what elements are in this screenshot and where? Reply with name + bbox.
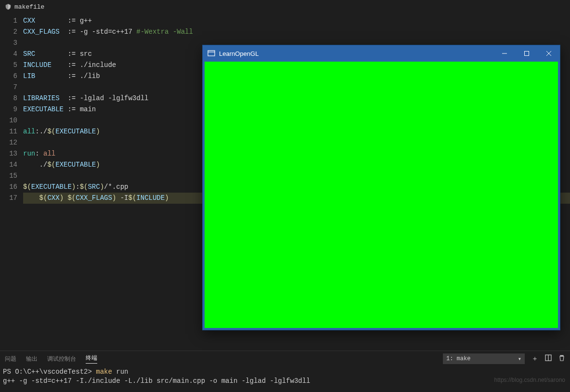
line-number: 16 [0,182,17,193]
bottom-panel: 问题 输出 调试控制台 终端 1: make ▾ ＋ PS O:\C++\vsc… [0,351,570,392]
chevron-down-icon: ▾ [518,355,521,363]
svg-rect-5 [525,52,529,56]
close-button[interactable] [538,45,560,62]
file-icon [5,3,12,10]
line-number: 10 [0,115,17,126]
line-number: 13 [0,148,17,159]
code-line[interactable]: CXX := g++ [23,15,570,26]
line-number: 9 [0,104,17,115]
terminal-line: PS O:\C++\vscodeTest2> make run [3,367,567,377]
tab-terminal[interactable]: 终端 [86,354,97,364]
terminal-line: g++ -g -std=c++17 -I./include -L./lib sr… [3,377,567,386]
line-number: 6 [0,71,17,82]
line-number: 11 [0,126,17,137]
line-number: 15 [0,170,17,182]
svg-rect-2 [208,51,215,56]
terminal-selector-label: 1: make [446,355,470,362]
line-number: 14 [0,159,17,170]
line-number: 5 [0,60,17,71]
opengl-client-area [205,62,558,328]
line-number-gutter: 1234567891011121314151617 [0,13,23,351]
tab-problems[interactable]: 问题 [5,355,16,363]
terminal-output[interactable]: PS O:\C++\vscodeTest2> make rung++ -g -s… [0,366,570,387]
window-title: LearnOpenGL [219,50,259,57]
line-number: 8 [0,93,17,104]
panel-right-controls: 1: make ▾ ＋ [443,353,565,364]
line-number: 4 [0,49,17,60]
tab-filename: makefile [14,3,44,11]
line-number: 2 [0,26,17,38]
app-icon [207,50,215,57]
line-number: 17 [0,193,17,204]
minimize-button[interactable] [493,45,516,62]
new-terminal-icon[interactable]: ＋ [531,354,538,363]
watermark: https://blog.csdn.net/sarono [494,377,565,383]
code-line[interactable]: CXX_FLAGS := -g -std=c++17 #-Wextra -Wal… [23,26,570,38]
maximize-button[interactable] [516,45,538,62]
line-number: 3 [0,38,17,49]
tab-output[interactable]: 输出 [26,355,38,363]
window-titlebar[interactable]: LearnOpenGL [203,45,560,62]
tab-debug[interactable]: 调试控制台 [47,355,76,363]
window-controls [493,45,560,62]
panel-tabs: 问题 输出 调试控制台 终端 1: make ▾ ＋ [0,351,570,366]
kill-terminal-icon[interactable] [558,354,565,363]
line-number: 1 [0,15,17,26]
line-number: 7 [0,82,17,93]
opengl-window: LearnOpenGL [202,45,560,330]
line-number: 12 [0,137,17,148]
terminal-selector[interactable]: 1: make ▾ [443,353,525,364]
editor-tab[interactable]: makefile [0,0,570,13]
split-terminal-icon[interactable] [545,354,552,363]
